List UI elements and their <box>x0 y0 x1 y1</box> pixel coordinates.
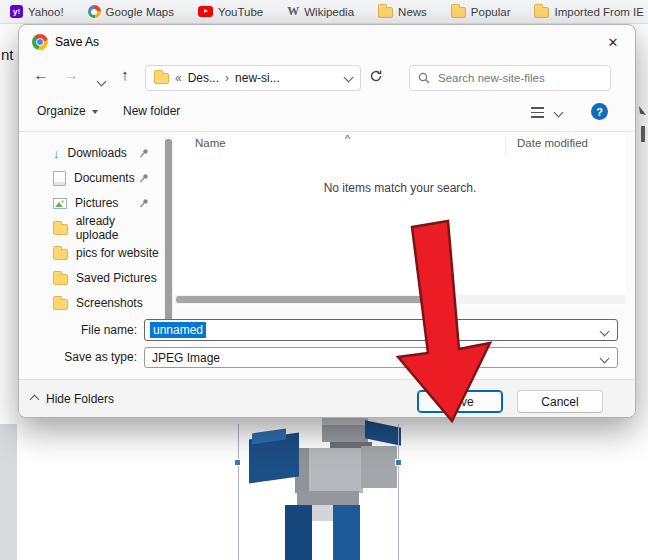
column-header-name[interactable]: Name <box>195 137 226 149</box>
bookmark-label: Imported From IE <box>554 6 643 18</box>
address-bar[interactable]: « Des... › new-si... <box>145 65 361 91</box>
dropdown-arrow-icon <box>92 110 98 117</box>
dialog-title: Save As <box>55 35 99 49</box>
hide-folders-button[interactable]: Hide Folders <box>31 392 114 406</box>
yahoo-icon: y! <box>10 5 23 18</box>
sidebar-item-label: Downloads <box>68 146 127 160</box>
bookmark-google-maps[interactable]: Google Maps <box>88 5 174 18</box>
bookmark-label: Yahoo! <box>28 6 64 18</box>
up-button[interactable]: ↑ <box>113 66 137 83</box>
robot-part <box>322 418 368 425</box>
documents-icon <box>53 171 66 186</box>
new-folder-button[interactable]: New folder <box>123 104 180 118</box>
bookmark-folder-popular[interactable]: Popular <box>451 5 511 18</box>
sidebar-item-pics-for-website[interactable]: pics for website <box>25 241 159 265</box>
search-input[interactable] <box>436 71 602 85</box>
breadcrumb-segment[interactable]: Des... <box>188 71 219 85</box>
sidebar-item-label: already uploade <box>76 214 159 242</box>
dialog-footer: Hide Folders Save Cancel <box>19 379 635 418</box>
pin-icon <box>139 198 149 208</box>
bookmark-label: Wikipedia <box>304 6 354 18</box>
bookmarks-bar: y! Yahoo! Google Maps YouTube W Wikipedi… <box>0 0 648 24</box>
save-as-type-label: Save as type: <box>27 350 137 364</box>
forward-button[interactable]: → <box>59 66 83 83</box>
organize-label: Organize <box>37 104 86 118</box>
chevron-up-icon <box>30 394 40 404</box>
help-icon: ? <box>591 103 608 120</box>
bookmark-folder-imported[interactable]: Imported From IE <box>534 5 643 18</box>
sidebar-item-screenshots[interactable]: Screenshots <box>25 291 159 315</box>
bookmark-label: YouTube <box>218 6 263 18</box>
sidebar-item-already-uploade[interactable]: already uploade <box>25 216 159 240</box>
sidebar-item-pictures[interactable]: Pictures <box>25 191 159 215</box>
selection-handle[interactable] <box>395 459 402 466</box>
vertical-scrollbar-thumb[interactable] <box>165 139 172 329</box>
breadcrumb-separator: › <box>225 71 229 85</box>
search-icon <box>418 72 430 84</box>
refresh-button[interactable] <box>369 69 383 86</box>
bookmark-folder-news[interactable]: News <box>378 5 427 18</box>
help-button[interactable]: ? <box>591 103 608 120</box>
bookmark-yahoo[interactable]: y! Yahoo! <box>10 5 64 18</box>
robot-part <box>312 505 333 521</box>
recent-locations-button[interactable] <box>89 71 113 88</box>
search-box[interactable] <box>409 65 611 91</box>
chevron-down-icon[interactable] <box>344 72 354 82</box>
command-bar: Organize New folder ? <box>19 99 635 127</box>
folder-icon <box>53 274 68 285</box>
bookmark-wikipedia[interactable]: W Wikipedia <box>287 5 354 18</box>
sidebar-item-label: Saved Pictures <box>76 271 157 285</box>
file-name-value: unnamed <box>150 322 206 338</box>
folder-icon <box>378 7 393 18</box>
selection-handle[interactable] <box>234 459 241 466</box>
breadcrumb-segment[interactable]: new-si... <box>235 71 280 85</box>
sidebar-item-label: Pictures <box>75 196 118 210</box>
list-view-icon <box>531 107 544 118</box>
column-header-date-modified[interactable]: Date modified <box>517 137 588 149</box>
sidebar-item-label: pics for website <box>76 246 159 260</box>
file-name-label: File name: <box>27 323 137 337</box>
dialog-title-bar[interactable]: Save As ✕ <box>19 25 635 59</box>
sidebar-item-documents[interactable]: Documents <box>25 166 159 190</box>
up-icon: ↑ <box>121 66 129 83</box>
close-button[interactable]: ✕ <box>591 25 635 59</box>
pictures-icon <box>53 198 67 209</box>
sidebar-item-saved-pictures[interactable]: Saved Pictures <box>25 266 159 290</box>
cancel-button[interactable]: Cancel <box>517 390 603 413</box>
cancel-button-label: Cancel <box>541 395 578 409</box>
folder-icon <box>53 249 68 260</box>
page-left-image-strip <box>0 424 17 560</box>
save-as-type-value: JPEG Image <box>152 351 220 365</box>
empty-message: No items match your search. <box>175 181 625 195</box>
robot-part <box>285 505 312 560</box>
hide-folders-label: Hide Folders <box>46 392 114 406</box>
refresh-icon <box>369 69 383 83</box>
organize-button[interactable]: Organize <box>37 104 98 118</box>
screen: y! Yahoo! Google Maps YouTube W Wikipedi… <box>0 0 648 560</box>
folder-icon <box>534 7 549 18</box>
forward-icon: → <box>64 66 79 83</box>
save-as-dialog: Save As ✕ ← → ↑ « Des... › new-si... <box>18 24 636 418</box>
sidebar-item-downloads[interactable]: ↓ Downloads <box>25 141 159 165</box>
sidebar-item-label: Documents <box>74 171 135 185</box>
bookmark-label: News <box>398 6 427 18</box>
sort-caret-icon: ^ <box>345 133 350 145</box>
wikipedia-icon: W <box>287 5 299 18</box>
back-button[interactable]: ← <box>29 66 53 83</box>
view-mode-button[interactable] <box>531 107 544 118</box>
bookmark-label: Popular <box>471 6 511 18</box>
chevron-down-icon[interactable] <box>600 354 610 364</box>
close-icon: ✕ <box>608 35 619 50</box>
breadcrumb-overflow[interactable]: « <box>175 71 182 85</box>
google-icon <box>88 5 101 18</box>
robot-part <box>333 505 360 560</box>
view-mode-dropdown[interactable] <box>555 109 562 116</box>
chevron-down-icon[interactable] <box>600 327 610 337</box>
selection-edge <box>398 424 399 560</box>
folder-icon <box>451 7 466 18</box>
vertical-scrollbar[interactable] <box>164 137 173 333</box>
folder-icon <box>154 73 169 84</box>
chevron-down-icon <box>96 77 106 87</box>
selection-edge <box>238 424 239 560</box>
bookmark-youtube[interactable]: YouTube <box>198 6 263 18</box>
